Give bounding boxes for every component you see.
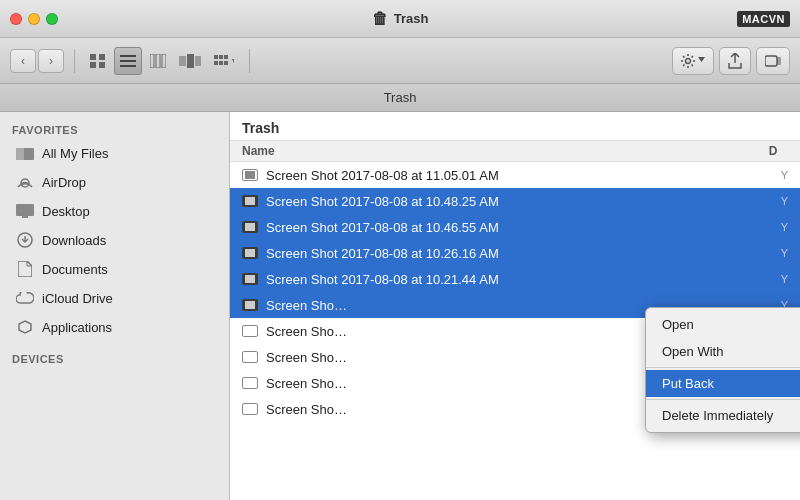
content-area: Trash Name D Screen Shot 2017-08-08 at 1… <box>230 112 800 500</box>
sidebar-section-devices: Devices <box>0 349 229 367</box>
svg-rect-16 <box>214 61 218 65</box>
svg-rect-13 <box>214 55 218 59</box>
view-more-button[interactable] <box>209 47 239 75</box>
svg-rect-23 <box>777 57 781 65</box>
title-bar: 🗑 Trash MACVN <box>0 0 800 38</box>
nav-buttons: ‹ › <box>10 49 64 73</box>
file-name: Screen Shot 2017-08-08 at 11.05.01 AM <box>266 168 750 183</box>
content-heading: Trash <box>230 112 800 141</box>
toolbar-separator-1 <box>74 49 75 73</box>
view-buttons <box>85 47 239 75</box>
ctx-open[interactable]: Open <box>646 311 800 338</box>
sidebar-item-label: Downloads <box>42 233 106 248</box>
svg-marker-21 <box>698 57 705 62</box>
sidebar-item-label: All My Files <box>42 146 108 161</box>
svg-point-20 <box>686 58 691 63</box>
svg-rect-5 <box>120 60 136 62</box>
sidebar-item-icloud[interactable]: iCloud Drive <box>4 284 225 312</box>
sidebar-item-applications[interactable]: Applications <box>4 313 225 341</box>
view-column-button[interactable] <box>145 47 171 75</box>
file-icon <box>242 169 258 181</box>
sidebar-item-documents[interactable]: Documents <box>4 255 225 283</box>
file-icon <box>242 299 258 311</box>
settings-button[interactable] <box>672 47 714 75</box>
svg-rect-0 <box>90 54 96 60</box>
macvn-logo: MACVN <box>737 11 790 27</box>
col-name-header: Name <box>242 144 758 158</box>
view-cover-button[interactable] <box>174 47 206 75</box>
svg-rect-27 <box>16 204 34 216</box>
sidebar-item-downloads[interactable]: Downloads <box>4 226 225 254</box>
path-bar: Trash <box>0 84 800 112</box>
sidebar-section-favorites: Favorites <box>0 120 229 138</box>
minimize-button[interactable] <box>28 13 40 25</box>
toolbar-right <box>672 47 790 75</box>
svg-rect-31 <box>245 197 255 205</box>
main-layout: Favorites All My Files AirDrop Desktop D… <box>0 112 800 500</box>
edit-button[interactable] <box>756 47 790 75</box>
sidebar-item-label: Documents <box>42 262 108 277</box>
svg-rect-22 <box>765 56 777 66</box>
file-name: Screen Shot 2017-08-08 at 10.46.55 AM <box>266 220 750 235</box>
file-date: Y <box>758 169 788 181</box>
file-icon <box>242 351 258 363</box>
file-name: Screen Shot 2017-08-08 at 10.21.44 AM <box>266 272 750 287</box>
file-date: Y <box>758 195 788 207</box>
svg-rect-15 <box>224 55 228 59</box>
ctx-delete-label: Delete Immediately <box>662 408 773 423</box>
airdrop-icon <box>16 173 34 191</box>
file-icon <box>242 325 258 337</box>
svg-rect-35 <box>245 301 255 309</box>
ctx-separator-2 <box>646 399 800 400</box>
svg-rect-18 <box>224 61 228 65</box>
sidebar-item-all-my-files[interactable]: All My Files <box>4 139 225 167</box>
sidebar-item-airdrop[interactable]: AirDrop <box>4 168 225 196</box>
ctx-delete-immediately[interactable]: Delete Immediately <box>646 402 800 429</box>
file-icon <box>242 377 258 389</box>
file-date: Y <box>758 273 788 285</box>
svg-rect-34 <box>245 275 255 283</box>
ctx-open-with[interactable]: Open With ▶ <box>646 338 800 365</box>
file-row[interactable]: Screen Shot 2017-08-08 at 10.26.16 AM Y <box>230 240 800 266</box>
sidebar-item-label: iCloud Drive <box>42 291 113 306</box>
ctx-put-back[interactable]: Put Back <box>646 370 800 397</box>
ctx-open-label: Open <box>662 317 694 332</box>
svg-rect-7 <box>150 54 154 68</box>
sidebar-item-label: AirDrop <box>42 175 86 190</box>
svg-rect-28 <box>22 216 28 218</box>
downloads-icon <box>16 231 34 249</box>
desktop-icon <box>16 202 34 220</box>
svg-marker-19 <box>232 59 234 63</box>
back-button[interactable]: ‹ <box>10 49 36 73</box>
forward-button[interactable]: › <box>38 49 64 73</box>
sidebar: Favorites All My Files AirDrop Desktop D… <box>0 112 230 500</box>
svg-rect-30 <box>245 171 255 179</box>
file-row[interactable]: Screen Shot 2017-08-08 at 10.21.44 AM Y <box>230 266 800 292</box>
view-icon-button[interactable] <box>85 47 111 75</box>
share-button[interactable] <box>719 47 751 75</box>
documents-icon <box>16 260 34 278</box>
toolbar-separator-2 <box>249 49 250 73</box>
svg-rect-25 <box>16 148 24 160</box>
file-row[interactable]: Screen Shot 2017-08-08 at 10.46.55 AM Y <box>230 214 800 240</box>
col-date-header: D <box>758 144 788 158</box>
file-name: Screen Shot 2017-08-08 at 10.48.25 AM <box>266 194 750 209</box>
maximize-button[interactable] <box>46 13 58 25</box>
sidebar-item-desktop[interactable]: Desktop <box>4 197 225 225</box>
all-my-files-icon <box>16 144 34 162</box>
file-name: Screen Shot 2017-08-08 at 10.26.16 AM <box>266 246 750 261</box>
file-row[interactable]: Screen Shot 2017-08-08 at 11.05.01 AM Y <box>230 162 800 188</box>
file-icon <box>242 273 258 285</box>
ctx-open-with-label: Open With <box>662 344 723 359</box>
ctx-put-back-label: Put Back <box>662 376 714 391</box>
file-date: Y <box>758 247 788 259</box>
view-list-button[interactable] <box>114 47 142 75</box>
close-button[interactable] <box>10 13 22 25</box>
svg-rect-17 <box>219 61 223 65</box>
file-row[interactable]: Screen Shot 2017-08-08 at 10.48.25 AM Y <box>230 188 800 214</box>
traffic-lights <box>10 13 58 25</box>
svg-rect-32 <box>245 223 255 231</box>
trash-icon: 🗑 <box>372 10 388 28</box>
svg-rect-10 <box>179 56 186 66</box>
file-icon <box>242 195 258 207</box>
